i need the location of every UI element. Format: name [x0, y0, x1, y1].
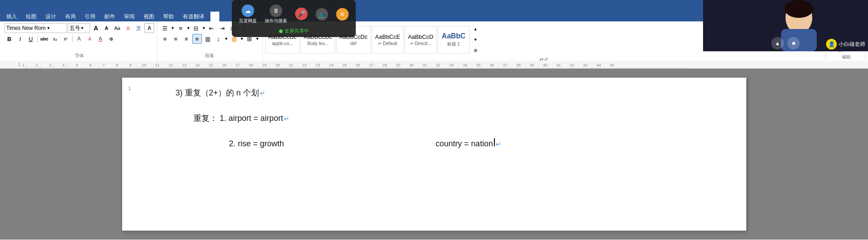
tab-active[interactable] — [210, 12, 219, 21]
webcam-avatar: 👤 — [826, 39, 837, 50]
float-btn-close[interactable]: ✕ — [333, 6, 351, 22]
font-size-dropdown-icon[interactable]: ▼ — [80, 26, 84, 30]
style-direction-name: ↵ Directi... — [410, 41, 431, 46]
ordered-list-button[interactable]: ≡ — [176, 23, 185, 33]
superscript-button[interactable]: x² — [61, 34, 70, 44]
font-group-content: Times New Rom ▼ 五号 ▼ A A Aa A 文 A B I U — [4, 23, 154, 52]
doc-text-1: 3) 重复（2+）的 n 个划 — [176, 87, 259, 99]
style-default[interactable]: AaBbCcE ↵ Default — [372, 26, 404, 54]
tab-youdao[interactable]: 有道翻译 — [178, 12, 209, 21]
doc-line-empty-2 — [158, 127, 711, 134]
column-button[interactable]: ▥ — [203, 34, 213, 44]
para-mark-5: ↵ — [496, 139, 501, 149]
para-mark-1: ↵ — [260, 88, 265, 98]
tab-review[interactable]: 审阅 — [119, 12, 139, 21]
char-shading-button[interactable]: ⊕ — [106, 34, 116, 44]
svg-text:32: 32 — [436, 63, 440, 67]
style-default-preview: AaBbCcE — [375, 33, 400, 40]
align-right-button[interactable]: ≡ — [181, 34, 191, 44]
font-dropdown-icon[interactable]: ▼ — [46, 26, 50, 30]
svg-text:44: 44 — [596, 63, 601, 67]
mic-icon: 🎤 — [295, 8, 308, 20]
svg-text:36: 36 — [490, 63, 494, 67]
styles-scroll-up[interactable]: ▲ — [471, 24, 481, 34]
font-color-a-button[interactable]: A — [74, 34, 84, 44]
tab-insert[interactable]: 插入 — [2, 12, 21, 21]
bold-button[interactable]: B — [4, 34, 14, 44]
webcam-btn-up[interactable]: ▲ — [771, 37, 784, 50]
font-name-text: Times New Rom — [6, 25, 45, 31]
tab-view[interactable]: 视图 — [139, 12, 159, 21]
font-color-button[interactable]: A — [95, 34, 105, 44]
tab-reference[interactable]: 引用 — [80, 12, 100, 21]
doc-line-1: 3) 重复（2+）的 n 个划 ↵ — [176, 87, 711, 99]
font-size-selector[interactable]: 五号 ▼ — [68, 23, 90, 33]
indent-dropdown-icon: ▼ — [202, 26, 206, 30]
svg-text:31: 31 — [423, 63, 427, 67]
style-direction[interactable]: AaBbCcD ↵ Directi... — [405, 26, 437, 54]
credit-text: CSDN @小哈里 — [830, 233, 864, 238]
italic-button[interactable]: I — [15, 34, 25, 44]
strikethrough-button[interactable]: abc — [39, 34, 49, 44]
increase-indent-button[interactable]: ⇥ — [218, 23, 227, 33]
svg-text:8: 8 — [116, 63, 118, 67]
paragraph-group-label: 段落 — [160, 52, 259, 59]
webcam-buttons: ▲ ■ — [771, 37, 800, 50]
tab-mail[interactable]: 邮件 — [100, 12, 119, 21]
float-btn-tv[interactable]: 📺 — [313, 6, 331, 22]
svg-text:42: 42 — [570, 63, 574, 67]
style-heading1[interactable]: AaBbC 标题 1 — [438, 26, 470, 54]
webcam-btn-stop[interactable]: ■ — [787, 37, 800, 50]
tab-help[interactable]: 帮助 — [159, 12, 178, 21]
unordered-list-button[interactable]: ☰ — [160, 23, 170, 33]
avatar-icon: 👤 — [828, 41, 835, 47]
svg-text:11: 11 — [155, 63, 160, 67]
tab-draw[interactable]: 绘图 — [21, 12, 41, 21]
tab-layout[interactable]: 布局 — [61, 12, 80, 21]
svg-text:14: 14 — [195, 63, 200, 67]
svg-text:27: 27 — [369, 63, 374, 67]
font-case-button[interactable]: Aa — [112, 23, 122, 33]
document-area: 1 3) 重复（2+）的 n 个划 ↵ 重复： 1. airport = air… — [0, 69, 868, 240]
line-spacing-button[interactable]: ↕ — [214, 34, 223, 44]
svg-text:26: 26 — [356, 63, 360, 67]
styles-expand[interactable]: ⊞ — [471, 46, 481, 55]
border-dropdown-icon: ▼ — [255, 37, 259, 41]
svg-text:33: 33 — [449, 63, 454, 67]
font-effect-button[interactable]: 文 — [134, 23, 144, 33]
svg-text:5: 5 — [76, 63, 78, 67]
float-btn-mic[interactable]: 🎤 — [292, 6, 310, 23]
font-aa-button[interactable]: A — [144, 23, 154, 33]
align-left-button[interactable]: ≡ — [160, 34, 170, 44]
tv-glyph: 📺 — [318, 11, 326, 18]
svg-text:4: 4 — [62, 63, 65, 67]
font-grow-button[interactable]: A — [91, 23, 101, 33]
decrease-indent-button[interactable]: ⇤ — [207, 23, 217, 33]
svg-text:17: 17 — [235, 63, 240, 67]
shading-dropdown-icon: ▼ — [240, 37, 244, 41]
svg-text:1: 1 — [22, 63, 25, 67]
font-clear-button[interactable]: A — [123, 23, 133, 33]
separator1: | — [37, 35, 38, 43]
style-apple-name: apple-co... — [272, 41, 293, 46]
document-page[interactable]: 1 3) 重复（2+）的 n 个划 ↵ 重复： 1. airport = air… — [122, 78, 746, 231]
highlight-button[interactable]: A — [85, 34, 95, 44]
svg-text:2: 2 — [36, 63, 38, 67]
svg-text:30: 30 — [409, 63, 414, 67]
tab-design[interactable]: 设计 — [41, 12, 61, 21]
baidu-label: 百度网盘 — [239, 18, 257, 24]
float-btn-search[interactable]: ⏸ 操作与搜索 — [262, 3, 290, 26]
align-center-button[interactable]: ≡ — [171, 34, 181, 44]
close-float-icon: ✕ — [336, 8, 349, 21]
subscript-button[interactable]: x₂ — [50, 34, 60, 44]
svg-text:38: 38 — [516, 63, 521, 67]
doc-text-5-right: country = nation — [436, 137, 493, 150]
font-selector[interactable]: Times New Rom ▼ — [4, 23, 67, 33]
styles-scroll-down[interactable]: ▼ — [471, 35, 481, 45]
underline-button[interactable]: U — [26, 34, 36, 44]
font-shrink-button[interactable]: A — [102, 23, 111, 33]
float-btn-baidu[interactable]: ☁ 百度网盘 — [236, 3, 259, 26]
svg-text:23: 23 — [316, 63, 320, 67]
align-justify-button[interactable]: ≡ — [192, 34, 202, 44]
indent-level-button[interactable]: ⊟ — [191, 23, 201, 33]
